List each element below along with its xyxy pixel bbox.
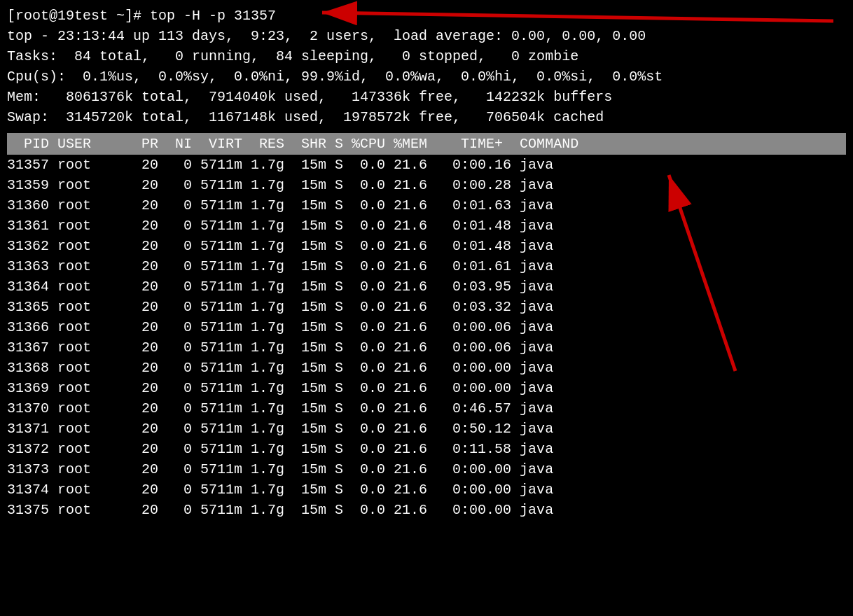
- table-row: 31373 root 20 0 5711m 1.7g 15m S 0.0 21.…: [7, 459, 846, 479]
- table-row: 31357 root 20 0 5711m 1.7g 15m S 0.0 21.…: [7, 155, 846, 175]
- table-row: 31367 root 20 0 5711m 1.7g 15m S 0.0 21.…: [7, 337, 846, 358]
- table-row: 31365 root 20 0 5711m 1.7g 15m S 0.0 21.…: [7, 297, 846, 317]
- table-header: PID USER PR NI VIRT RES SHR S %CPU %MEM …: [7, 133, 846, 155]
- table-row: 31370 root 20 0 5711m 1.7g 15m S 0.0 21.…: [7, 398, 846, 419]
- status-line-1: top - 23:13:44 up 113 days, 9:23, 2 user…: [7, 26, 846, 46]
- prompt-line: [root@19test ~]# top -H -p 31357: [7, 6, 846, 26]
- table-row: 31360 root 20 0 5711m 1.7g 15m S 0.0 21.…: [7, 195, 846, 216]
- status-line-5: Swap: 3145720k total, 1167148k used, 197…: [7, 107, 846, 127]
- table-row: 31362 root 20 0 5711m 1.7g 15m S 0.0 21.…: [7, 236, 846, 256]
- table-row: 31372 root 20 0 5711m 1.7g 15m S 0.0 21.…: [7, 439, 846, 459]
- header-section: [root@19test ~]# top -H -p 31357 top - 2…: [7, 6, 846, 127]
- table-row: 31363 root 20 0 5711m 1.7g 15m S 0.0 21.…: [7, 256, 846, 276]
- status-line-3: Cpu(s): 0.1%us, 0.0%sy, 0.0%ni, 99.9%id,…: [7, 66, 846, 87]
- status-line-2: Tasks: 84 total, 0 running, 84 sleeping,…: [7, 46, 846, 66]
- table-row: 31371 root 20 0 5711m 1.7g 15m S 0.0 21.…: [7, 419, 846, 439]
- table-row: 31361 root 20 0 5711m 1.7g 15m S 0.0 21.…: [7, 216, 846, 236]
- table-row: 31368 root 20 0 5711m 1.7g 15m S 0.0 21.…: [7, 358, 846, 378]
- table-row: 31359 root 20 0 5711m 1.7g 15m S 0.0 21.…: [7, 175, 846, 195]
- table-row: 31364 root 20 0 5711m 1.7g 15m S 0.0 21.…: [7, 276, 846, 297]
- table-row: 31374 root 20 0 5711m 1.7g 15m S 0.0 21.…: [7, 479, 846, 500]
- terminal: [root@19test ~]# top -H -p 31357 top - 2…: [0, 0, 853, 526]
- process-table: PID USER PR NI VIRT RES SHR S %CPU %MEM …: [7, 133, 846, 520]
- table-row: 31375 root 20 0 5711m 1.7g 15m S 0.0 21.…: [7, 500, 846, 520]
- table-row: 31369 root 20 0 5711m 1.7g 15m S 0.0 21.…: [7, 378, 846, 398]
- table-row: 31366 root 20 0 5711m 1.7g 15m S 0.0 21.…: [7, 317, 846, 337]
- status-line-4: Mem: 8061376k total, 7914040k used, 1473…: [7, 87, 846, 107]
